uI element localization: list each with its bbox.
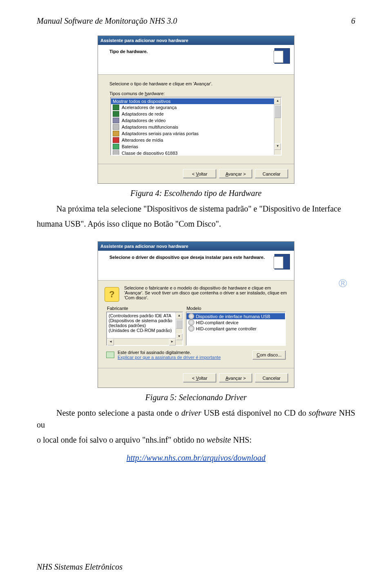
model-label: Modelo bbox=[187, 306, 286, 311]
monitor-icon bbox=[113, 118, 119, 123]
hscrollbar[interactable]: ◄ ► bbox=[107, 338, 176, 345]
battery-icon bbox=[113, 144, 119, 149]
registered-mark: ® bbox=[339, 277, 347, 290]
back-button[interactable]: < Voltar bbox=[183, 169, 216, 178]
wizard-select-driver: Assistente para adicionar novo hardware … bbox=[98, 241, 294, 388]
media-icon bbox=[113, 137, 119, 143]
device-icon bbox=[113, 124, 119, 130]
cancel-button[interactable]: Cancelar bbox=[255, 373, 288, 383]
wizard-header: Selecione o driver de dispositivo que de… bbox=[98, 251, 294, 281]
driver-icon bbox=[188, 319, 194, 325]
driver-icon bbox=[188, 325, 194, 332]
scrollbar[interactable]: ▲ ▼ bbox=[274, 98, 281, 155]
scroll-up-button[interactable]: ▲ bbox=[176, 313, 183, 319]
why-signature-link[interactable]: Explicar por que a assinatura de driver … bbox=[118, 355, 221, 360]
chip-icon bbox=[113, 111, 119, 117]
figure-caption: Figura 4: Escolhendo tipo de Hardware bbox=[37, 189, 355, 198]
next-button[interactable]: Avançar > bbox=[219, 169, 252, 178]
hardware-icon bbox=[274, 48, 290, 65]
wizard-buttons: < Voltar Avançar > Cancelar bbox=[98, 164, 294, 183]
scroll-down-button[interactable]: ▼ bbox=[274, 143, 281, 150]
scroll-right-button[interactable]: ► bbox=[169, 339, 176, 345]
have-disk-button[interactable]: Com disco... bbox=[252, 350, 286, 360]
list-item[interactable]: HID-compliant game controller bbox=[187, 325, 285, 332]
list-item[interactable]: (Controladores padrão IDE ATA bbox=[107, 313, 183, 318]
device-icon bbox=[113, 150, 119, 155]
doc-header: Manual Software de Monitoração NHS 3.0 bbox=[37, 16, 355, 26]
download-link[interactable]: http://www.nhs.com.br/arquivos/download bbox=[127, 453, 266, 462]
serial-icon bbox=[113, 131, 119, 136]
list-item[interactable]: Baterias bbox=[111, 143, 281, 150]
scroll-up-button[interactable]: ▲ bbox=[274, 98, 281, 105]
scrollbar[interactable]: ▲ ▼ bbox=[176, 312, 183, 345]
instruction-text: Selecione o fabricante e o modelo do dis… bbox=[124, 285, 287, 302]
window-titlebar[interactable]: Assistente para adicionar novo hardware bbox=[98, 36, 294, 45]
hardware-icon bbox=[274, 254, 290, 270]
list-item[interactable]: Adaptadores de rede bbox=[111, 111, 281, 117]
manufacturer-label: Fabricante bbox=[107, 306, 183, 311]
list-item[interactable]: Adaptadores seriais para várias portas bbox=[111, 130, 281, 137]
manufacturer-list[interactable]: (Controladores padrão IDE ATA (Dispositi… bbox=[106, 312, 183, 346]
scroll-left-button[interactable]: ◄ bbox=[107, 339, 114, 345]
window-titlebar[interactable]: Assistente para adicionar novo hardware bbox=[98, 242, 294, 251]
chip-icon bbox=[113, 105, 119, 110]
list-item[interactable]: Classe de dispositivo 61883 bbox=[111, 150, 281, 155]
list-item[interactable]: Adaptadores de vídeo bbox=[111, 117, 281, 124]
instruction-text: Selecione o tipo de hardware e clique em… bbox=[109, 81, 282, 86]
scroll-thumb[interactable] bbox=[176, 320, 183, 329]
paragraph: Neste ponto selecione a pasta onde o dri… bbox=[37, 407, 355, 431]
signed-icon bbox=[106, 352, 114, 358]
wizard-heading: Tipo de hardware. bbox=[109, 49, 288, 54]
wizard-header: Tipo de hardware. bbox=[98, 45, 294, 75]
list-item[interactable]: HID-compliant device bbox=[187, 319, 285, 325]
list-item[interactable]: Alteradores de mídia bbox=[111, 137, 281, 143]
list-item[interactable]: Aceleradores de segurança bbox=[111, 104, 281, 111]
page-number: 6 bbox=[351, 16, 355, 26]
driver-icon bbox=[188, 313, 194, 319]
wizard-heading: Selecione o driver de dispositivo que de… bbox=[109, 255, 269, 260]
next-button[interactable]: Avançar > bbox=[219, 373, 252, 383]
paragraph: humana USB". Após isso clique no Botão "… bbox=[37, 218, 355, 230]
figure-caption: Figura 5: Selecionando Driver bbox=[37, 393, 355, 402]
model-list[interactable]: Dispositivo de interface humana USB HID-… bbox=[186, 312, 286, 346]
list-item[interactable]: (teclados padrões) bbox=[107, 323, 183, 328]
list-item[interactable]: Mostrar todos os dispositivos bbox=[111, 98, 281, 104]
paragraph: o local onde foi salvo o arquivo "nhs.in… bbox=[37, 434, 355, 446]
hardware-type-list[interactable]: Mostrar todos os dispositivos Acelerador… bbox=[110, 97, 282, 156]
list-label: Tipos comuns de hardware: bbox=[109, 91, 285, 96]
scroll-thumb[interactable] bbox=[274, 105, 281, 118]
signed-text: Este driver foi assinado digitalmente. bbox=[118, 350, 249, 355]
paragraph: Na próxima tela selecione "Dispositivos … bbox=[37, 203, 355, 215]
list-item[interactable]: Dispositivo de interface humana USB bbox=[187, 313, 285, 319]
scroll-down-button[interactable]: ▼ bbox=[176, 334, 183, 340]
list-item[interactable]: (Unidades de CD-ROM padrão) bbox=[107, 328, 183, 333]
list-item[interactable]: (Dispositivos de sistema padrão bbox=[107, 318, 183, 323]
wizard-buttons: < Voltar Avançar > Cancelar bbox=[98, 368, 294, 388]
list-item[interactable]: Adaptadores multifuncionais bbox=[111, 124, 281, 130]
question-icon: ? bbox=[105, 287, 119, 302]
doc-footer: NHS Sistemas Eletrônicos bbox=[37, 562, 122, 572]
wizard-hardware-type: Assistente para adicionar novo hardware … bbox=[98, 36, 294, 184]
back-button[interactable]: < Voltar bbox=[183, 373, 216, 383]
cancel-button[interactable]: Cancelar bbox=[255, 169, 288, 178]
